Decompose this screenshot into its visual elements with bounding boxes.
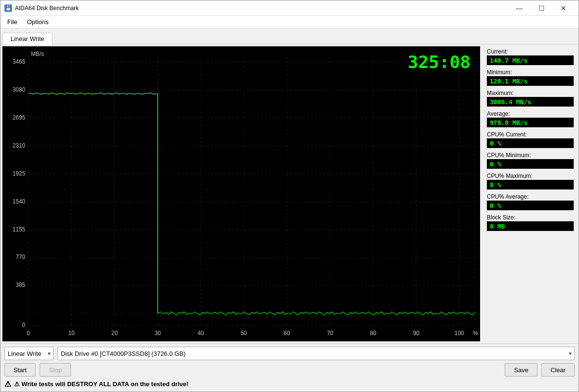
cpu-average-label: CPU% Average: — [487, 193, 574, 200]
save-button[interactable]: Save — [505, 363, 538, 377]
svg-text:3080: 3080 — [13, 86, 26, 93]
cpu-maximum-label: CPU% Maximum: — [487, 173, 574, 179]
svg-text:80: 80 — [370, 330, 377, 337]
window-controls: — ☐ ✕ — [508, 0, 575, 16]
warning-row: ⚠ ⚠ Write tests will DESTROY ALL DATA on… — [4, 379, 575, 389]
stat-cpu-minimum: CPU% Minimum: 0 % — [487, 152, 574, 169]
svg-text:1155: 1155 — [13, 226, 26, 233]
svg-text:100: 100 — [455, 330, 464, 337]
tab-linear-write[interactable]: Linear Write — [2, 33, 53, 44]
chart-svg: 3465 3080 2695 2310 1925 1540 1155 770 3… — [2, 46, 480, 341]
svg-text:50: 50 — [241, 330, 248, 337]
window-title: AIDA64 Disk Benchmark — [15, 5, 508, 12]
stat-cpu-current: CPU% Current: 0 % — [487, 131, 574, 148]
bottom-controls: Linear Write ▼ Disk Drive #0 [CT4000P3SS… — [0, 343, 579, 392]
svg-text:0: 0 — [22, 322, 26, 328]
svg-text:385: 385 — [16, 282, 26, 288]
maximize-button[interactable]: ☐ — [530, 0, 552, 16]
main-content: 3465 3080 2695 2310 1925 1540 1155 770 3… — [0, 44, 579, 343]
warning-text: ⚠ Write tests will DESTROY ALL DATA on t… — [14, 380, 189, 388]
chart-area: 3465 3080 2695 2310 1925 1540 1155 770 3… — [2, 46, 480, 341]
svg-text:20: 20 — [111, 330, 118, 337]
menu-bar: File Options — [0, 16, 579, 28]
svg-text:2310: 2310 — [13, 142, 26, 149]
svg-text:3465: 3465 — [13, 58, 26, 65]
minimum-value: 128.1 MB/s — [487, 76, 574, 86]
svg-text:%: % — [473, 330, 478, 337]
maximum-label: Maximum: — [487, 90, 574, 96]
block-size-label: Block Size: — [487, 214, 574, 221]
start-button[interactable]: Start — [4, 363, 36, 377]
average-value: 978.8 MB/s — [487, 118, 574, 127]
minimum-label: Minimum: — [487, 69, 574, 76]
disk-select-dropdown[interactable]: Disk Drive #0 [CT4000P3SSD8] (3726.0 GB) — [57, 347, 575, 360]
svg-text:30: 30 — [154, 330, 161, 337]
svg-text:70: 70 — [327, 330, 333, 337]
controls-row2: Start Stop Save Clear — [4, 363, 575, 377]
svg-text:MB/s: MB/s — [31, 51, 44, 57]
average-label: Average: — [487, 110, 574, 117]
menu-options[interactable]: Options — [22, 17, 54, 27]
svg-text:90: 90 — [413, 330, 420, 337]
timer-display: 325:08 — [408, 52, 470, 72]
stat-maximum: Maximum: 3006.4 MB/s — [487, 90, 574, 107]
current-label: Current: — [487, 48, 574, 55]
tab-bar: Linear Write — [0, 28, 579, 44]
stats-panel: Current: 148.7 MB/s Minimum: 128.1 MB/s … — [482, 44, 579, 343]
current-value: 148.7 MB/s — [487, 55, 574, 65]
test-type-wrapper: Linear Write ▼ — [4, 347, 54, 360]
stat-cpu-average: CPU% Average: 0 % — [487, 193, 574, 210]
stat-current: Current: 148.7 MB/s — [487, 48, 574, 65]
stat-minimum: Minimum: 128.1 MB/s — [487, 69, 574, 86]
svg-text:40: 40 — [197, 330, 204, 337]
cpu-current-label: CPU% Current: — [487, 131, 574, 138]
svg-text:10: 10 — [69, 330, 75, 337]
svg-text:60: 60 — [284, 330, 290, 337]
block-size-value: 8 MB — [487, 221, 574, 231]
cpu-maximum-value: 8 % — [487, 180, 574, 189]
minimize-button[interactable]: — — [508, 0, 530, 16]
svg-text:770: 770 — [16, 254, 26, 260]
cpu-minimum-label: CPU% Minimum: — [487, 152, 574, 159]
svg-text:1925: 1925 — [13, 170, 26, 177]
stat-average: Average: 978.8 MB/s — [487, 110, 574, 127]
cpu-minimum-value: 0 % — [487, 159, 574, 169]
stat-block-size: Block Size: 8 MB — [487, 214, 574, 231]
main-window: 💾 AIDA64 Disk Benchmark — ☐ ✕ File Optio… — [0, 0, 579, 392]
close-button[interactable]: ✕ — [552, 0, 575, 16]
svg-text:1540: 1540 — [13, 198, 26, 205]
controls-row1: Linear Write ▼ Disk Drive #0 [CT4000P3SS… — [4, 347, 575, 360]
stat-cpu-maximum: CPU% Maximum: 8 % — [487, 173, 574, 189]
warning-icon: ⚠ — [4, 379, 11, 389]
menu-file[interactable]: File — [2, 17, 22, 27]
disk-select-wrapper: Disk Drive #0 [CT4000P3SSD8] (3726.0 GB)… — [57, 347, 575, 360]
cpu-current-value: 0 % — [487, 138, 574, 148]
cpu-average-value: 0 % — [487, 201, 574, 210]
title-bar: 💾 AIDA64 Disk Benchmark — ☐ ✕ — [0, 0, 579, 16]
clear-button[interactable]: Clear — [541, 363, 575, 377]
chart-section: 3465 3080 2695 2310 1925 1540 1155 770 3… — [0, 44, 482, 343]
test-type-dropdown[interactable]: Linear Write — [4, 347, 54, 360]
app-icon: 💾 — [4, 4, 12, 12]
stop-button[interactable]: Stop — [40, 363, 71, 377]
svg-text:2695: 2695 — [13, 114, 26, 121]
maximum-value: 3006.4 MB/s — [487, 97, 574, 107]
svg-text:0: 0 — [27, 330, 30, 337]
